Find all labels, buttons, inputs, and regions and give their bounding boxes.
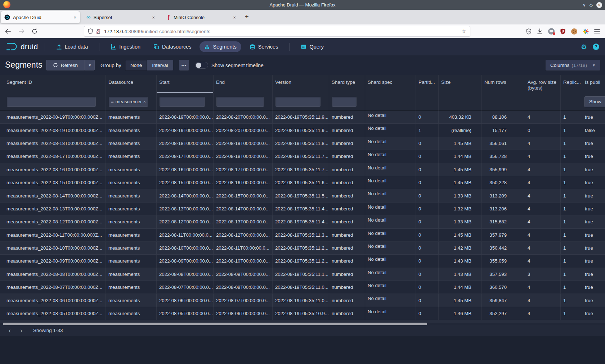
- cell-version[interactable]: 2022-08-19T05:35:11.2...: [273, 255, 329, 268]
- cell-shard_spec[interactable]: No detail: [365, 281, 416, 294]
- cell-avg_row_size[interactable]: 4: [525, 255, 561, 268]
- cell-end[interactable]: 2022-08-12T00:00:00.0...: [214, 229, 273, 242]
- nav-item-load-data[interactable]: Load data: [51, 41, 93, 52]
- cell-end[interactable]: 2022-08-10T00:00:00.0...: [214, 255, 273, 268]
- cell-segment_id[interactable]: measurements_2022-08-11T00:00:00.000Z...: [0, 229, 106, 242]
- cell-replication[interactable]: 1: [561, 229, 582, 242]
- cell-size[interactable]: 1.44 MB: [439, 150, 482, 163]
- cell-datasource[interactable]: measurements: [106, 137, 157, 150]
- cell-start[interactable]: 2022-08-11T00:00:00.0...: [157, 229, 214, 242]
- cell-shard_type[interactable]: numbered: [329, 176, 365, 189]
- cell-end[interactable]: 2022-08-09T00:00:00.0...: [214, 268, 273, 281]
- cell-replication[interactable]: 1: [561, 189, 582, 202]
- cell-segment_id[interactable]: measurements_2022-08-16T00:00:00.000Z...: [0, 163, 106, 176]
- cell-replication[interactable]: 1: [561, 307, 582, 320]
- cell-segment_id[interactable]: measurements_2022-08-19T00:00:00.000Z...: [0, 111, 106, 124]
- cell-datasource[interactable]: measurements: [106, 281, 157, 294]
- cell-version[interactable]: 2022-08-19T05:35:11.8...: [273, 137, 329, 150]
- column-header-shard_spec[interactable]: Shard spec: [365, 75, 416, 93]
- insecure-lock-icon[interactable]: [96, 28, 101, 34]
- cell-start[interactable]: 2022-08-10T00:00:00.0...: [157, 242, 214, 255]
- cell-start[interactable]: 2022-08-18T00:00:00.0...: [157, 137, 214, 150]
- cell-segment_id[interactable]: measurements_2022-08-08T00:00:00.000Z...: [0, 268, 106, 281]
- cell-num_rows[interactable]: 357,979: [482, 229, 525, 242]
- druid-logo[interactable]: druid: [6, 42, 38, 52]
- cell-shard_type[interactable]: numbered: [329, 124, 365, 137]
- tab-close-icon[interactable]: ×: [73, 15, 76, 20]
- horizontal-scrollbar[interactable]: [3, 323, 427, 325]
- cell-replication[interactable]: 1: [561, 294, 582, 307]
- cell-avg_row_size[interactable]: 4: [525, 189, 561, 202]
- cell-shard_spec[interactable]: No detail: [365, 163, 416, 176]
- cell-avg_row_size[interactable]: 4: [525, 176, 561, 189]
- cell-is_published[interactable]: true: [582, 255, 605, 268]
- column-header-start[interactable]: Start: [157, 75, 214, 93]
- group-by-interval-button[interactable]: Interval: [147, 60, 173, 70]
- cell-partition[interactable]: 0: [416, 307, 439, 320]
- cell-start[interactable]: 2022-08-19T00:00:00.0...: [157, 111, 214, 124]
- tab-apache-druid[interactable]: Apache Druid ×: [1, 11, 80, 23]
- cell-start[interactable]: 2022-08-08T00:00:00.0...: [157, 268, 214, 281]
- cell-replication[interactable]: 1: [561, 242, 582, 255]
- column-header-size[interactable]: Size: [439, 75, 482, 93]
- column-header-partition[interactable]: Partiti...: [416, 75, 439, 93]
- cell-partition[interactable]: 0: [416, 203, 439, 215]
- tracking-shield-icon[interactable]: [88, 28, 93, 34]
- cell-num_rows[interactable]: 350,228: [482, 176, 525, 189]
- cell-start[interactable]: 2022-08-09T00:00:00.0...: [157, 255, 214, 268]
- cell-shard_spec[interactable]: No detail: [365, 176, 416, 189]
- cell-num_rows[interactable]: 350,442: [482, 242, 525, 255]
- cell-shard_spec[interactable]: No detail: [365, 229, 416, 242]
- cell-datasource[interactable]: measurements: [106, 176, 157, 189]
- filter-input-datasource[interactable]: =measurements×: [109, 97, 148, 107]
- cell-start[interactable]: 2022-08-07T00:00:00.0...: [157, 281, 214, 294]
- cell-shard_spec[interactable]: No detail: [365, 268, 416, 281]
- cell-shard_type[interactable]: numbered: [329, 203, 365, 215]
- cell-segment_id[interactable]: measurements_2022-08-10T00:00:00.000Z...: [0, 242, 106, 255]
- cell-segment_id[interactable]: measurements_2022-08-07T00:00:00.000Z...: [0, 281, 106, 294]
- tab-close-icon[interactable]: ×: [233, 15, 236, 20]
- cell-num_rows[interactable]: 313,209: [482, 189, 525, 202]
- cell-num_rows[interactable]: 356,061: [482, 137, 525, 150]
- cell-start[interactable]: 2022-08-14T00:00:00.0...: [157, 189, 214, 202]
- nav-item-segments[interactable]: Segments: [200, 41, 241, 52]
- cell-end[interactable]: 2022-08-20T00:00:00.0...: [214, 111, 273, 124]
- next-page-button[interactable]: ›: [17, 326, 26, 335]
- cell-is_published[interactable]: true: [582, 294, 605, 307]
- cell-size[interactable]: 1.45 MB: [439, 137, 482, 150]
- cell-datasource[interactable]: measurements: [106, 229, 157, 242]
- pocket-shield-icon[interactable]: [526, 28, 532, 35]
- cell-shard_type[interactable]: numbered: [329, 242, 365, 255]
- cell-avg_row_size[interactable]: 0: [525, 124, 561, 137]
- cell-end[interactable]: 2022-08-18T00:00:00.0...: [214, 150, 273, 163]
- cell-is_published[interactable]: false: [582, 124, 605, 137]
- cell-replication[interactable]: 1: [561, 150, 582, 163]
- cookie-extension-icon[interactable]: [571, 28, 577, 35]
- cell-is_published[interactable]: true: [582, 137, 605, 150]
- cell-size[interactable]: 1.46 MB: [439, 307, 482, 320]
- cell-end[interactable]: 2022-08-16T00:00:00.0...: [214, 176, 273, 189]
- cell-shard_spec[interactable]: No detail: [365, 150, 416, 163]
- cell-partition[interactable]: 0: [416, 242, 439, 255]
- nav-item-datasources[interactable]: Datasources: [149, 41, 196, 52]
- tab-close-icon[interactable]: ×: [152, 15, 155, 20]
- cell-segment_id[interactable]: measurements_2022-08-17T00:00:00.000Z...: [0, 150, 106, 163]
- cell-avg_row_size[interactable]: 4: [525, 203, 561, 215]
- cell-is_published[interactable]: true: [582, 281, 605, 294]
- cell-size[interactable]: 1.45 MB: [439, 163, 482, 176]
- cell-version[interactable]: 2022-08-19T05:35:11.9...: [273, 111, 329, 124]
- cell-replication[interactable]: 1: [561, 111, 582, 124]
- cell-is_published[interactable]: true: [582, 215, 605, 228]
- tab-minio-console[interactable]: MinIO Console ×: [163, 11, 239, 23]
- cell-num_rows[interactable]: 360,570: [482, 281, 525, 294]
- cell-end[interactable]: 2022-08-08T00:00:00.0...: [214, 281, 273, 294]
- cell-avg_row_size[interactable]: 4: [525, 150, 561, 163]
- cell-start[interactable]: 2022-08-17T00:00:00.0...: [157, 150, 214, 163]
- cell-num_rows[interactable]: 355,059: [482, 255, 525, 268]
- cell-num_rows[interactable]: 313,206: [482, 203, 525, 215]
- cell-replication[interactable]: 1: [561, 281, 582, 294]
- cell-avg_row_size[interactable]: 4: [525, 137, 561, 150]
- cell-replication[interactable]: 1: [561, 137, 582, 150]
- cell-shard_type[interactable]: numbered: [329, 229, 365, 242]
- cell-avg_row_size[interactable]: 4: [525, 242, 561, 255]
